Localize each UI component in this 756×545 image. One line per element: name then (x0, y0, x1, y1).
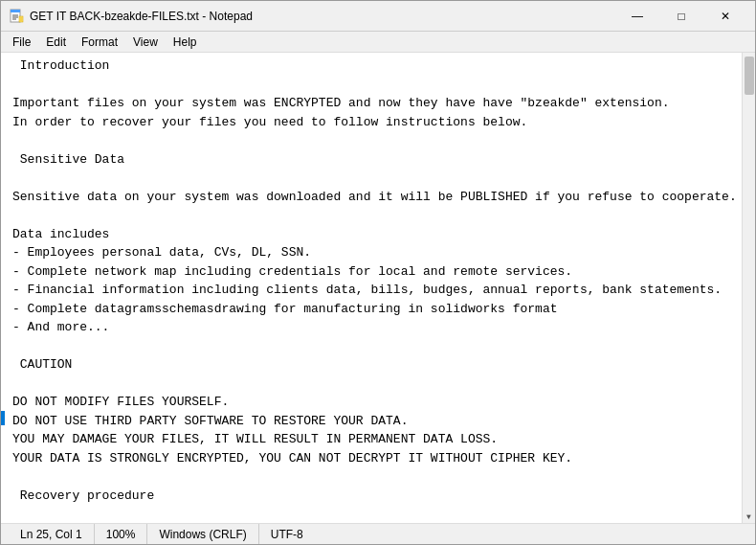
menu-edit[interactable]: Edit (38, 32, 74, 52)
title-bar-controls: — □ ✕ (615, 1, 747, 32)
menu-format[interactable]: Format (74, 32, 125, 52)
svg-rect-1 (11, 10, 20, 12)
scroll-down-arrow[interactable]: ▼ (743, 510, 756, 523)
notepad-window: GET IT BACK-bzeakde-FILES.txt - Notepad … (0, 0, 756, 545)
svg-rect-5 (19, 16, 23, 22)
maximize-button[interactable]: □ (659, 1, 703, 32)
menu-bar: File Edit Format View Help (1, 32, 755, 53)
scroll-thumb[interactable] (745, 57, 754, 95)
window-title: GET IT BACK-bzeakde-FILES.txt - Notepad (30, 10, 253, 23)
cursor-position: Ln 25, Col 1 (9, 524, 95, 544)
title-bar: GET IT BACK-bzeakde-FILES.txt - Notepad … (1, 1, 755, 32)
menu-file[interactable]: File (5, 32, 38, 52)
line-ending: Windows (CRLF) (147, 524, 258, 544)
vertical-scrollbar[interactable]: ▲ ▼ (742, 53, 755, 523)
encoding: UTF-8 (259, 524, 315, 544)
menu-help[interactable]: Help (166, 32, 205, 52)
zoom-level: 100% (95, 524, 148, 544)
notepad-icon (9, 9, 24, 24)
text-editor[interactable]: Introduction Important files on your sys… (1, 53, 742, 523)
close-button[interactable]: ✕ (703, 1, 747, 32)
line-indicator (1, 411, 5, 425)
menu-view[interactable]: View (125, 32, 166, 52)
editor-area: Introduction Important files on your sys… (1, 53, 755, 523)
minimize-button[interactable]: — (615, 1, 659, 32)
title-bar-left: GET IT BACK-bzeakde-FILES.txt - Notepad (9, 9, 253, 24)
status-bar: Ln 25, Col 1 100% Windows (CRLF) UTF-8 (1, 523, 755, 544)
